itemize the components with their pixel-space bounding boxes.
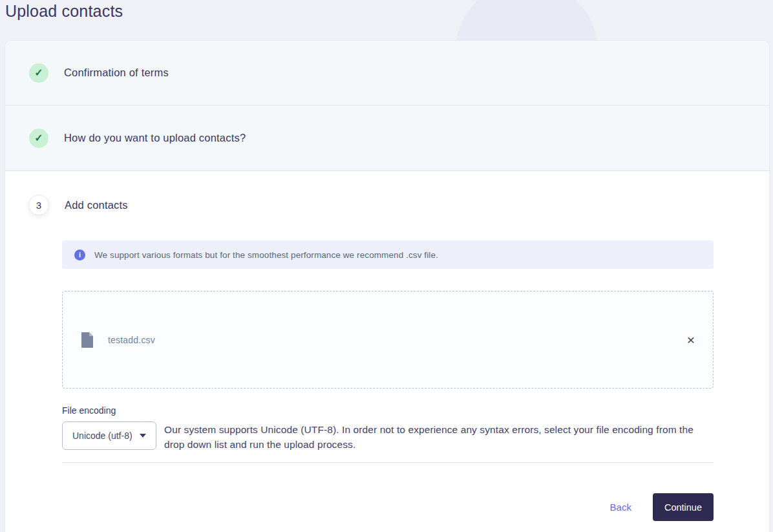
check-icon: ✓	[29, 129, 48, 148]
upload-wizard-panel: ✓ Confirmation of terms ✓ How do you wan…	[5, 40, 770, 532]
section-divider	[62, 462, 714, 463]
step-label: Confirmation of terms	[64, 67, 169, 79]
check-icon: ✓	[29, 63, 48, 83]
file-dropzone[interactable]: testadd.csv ×	[62, 291, 714, 388]
remove-file-button[interactable]: ×	[687, 333, 695, 346]
step-header-add-contacts[interactable]: 3 Add contacts	[5, 195, 769, 215]
info-banner-text: We support various formats but for the s…	[94, 250, 438, 260]
continue-button[interactable]: Continue	[653, 493, 714, 521]
wizard-footer: Back Continue	[62, 493, 714, 521]
step-number-badge: 3	[28, 195, 49, 215]
file-encoding-selected-value: Unicode (utf-8)	[72, 431, 132, 441]
encoding-help-text: Our system supports Unicode (UTF-8). In …	[164, 422, 714, 452]
info-icon: i	[74, 250, 85, 261]
step-row-confirmation-of-terms[interactable]: ✓ Confirmation of terms	[5, 41, 769, 106]
uploaded-file-name: testadd.csv	[108, 335, 155, 345]
file-encoding-label: File encoding	[62, 405, 714, 416]
file-icon	[81, 332, 94, 348]
encoding-row: Unicode (utf-8) Our system supports Unic…	[62, 421, 714, 452]
add-contacts-section: i We support various formats but for the…	[62, 240, 714, 521]
page-title: Upload contacts	[5, 0, 123, 22]
info-banner: i We support various formats but for the…	[62, 240, 714, 269]
caret-down-icon	[140, 434, 146, 438]
back-button[interactable]: Back	[610, 502, 631, 513]
file-encoding-select[interactable]: Unicode (utf-8)	[62, 421, 156, 450]
step-row-upload-method[interactable]: ✓ How do you want to upload contacts?	[5, 106, 769, 171]
step-label: How do you want to upload contacts?	[64, 132, 246, 144]
step-label: Add contacts	[65, 199, 128, 211]
